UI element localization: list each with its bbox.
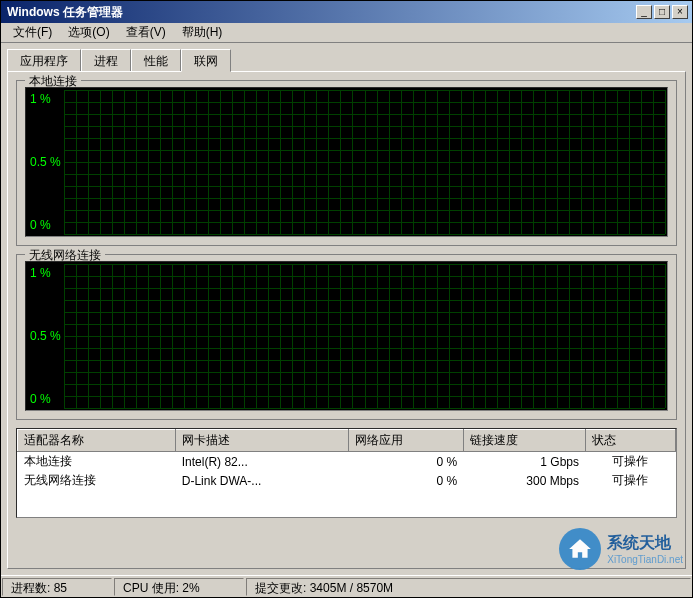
cell-name: 无线网络连接 [18, 471, 176, 490]
cell-desc: Intel(R) 82... [176, 452, 348, 472]
status-cpu: CPU 使用: 2% [114, 578, 244, 596]
y-label: 0.5 % [30, 155, 61, 169]
watermark-text: 系统天地 XiTongTianDi.net [607, 533, 683, 565]
y-axis-labels: 1 % 0.5 % 0 % [30, 262, 61, 410]
statusbar: 进程数: 85 CPU 使用: 2% 提交更改: 3405M / 8570M [1, 575, 692, 597]
titlebar[interactable]: Windows 任务管理器 _ □ × [1, 1, 692, 23]
menu-view[interactable]: 查看(V) [118, 22, 174, 43]
cell-state: 可操作 [585, 471, 675, 490]
menu-file[interactable]: 文件(F) [5, 22, 60, 43]
cell-usage: 0 % [348, 471, 463, 490]
y-axis-labels: 1 % 0.5 % 0 % [30, 88, 61, 236]
y-label: 0 % [30, 392, 61, 406]
networking-panel: 本地连接 1 % 0.5 % 0 % 无线网络连接 1 % 0.5 % [7, 71, 686, 569]
graph-grid [64, 90, 665, 234]
col-net-usage[interactable]: 网络应用 [348, 430, 463, 452]
network-graph-local: 1 % 0.5 % 0 % [25, 87, 668, 237]
close-button[interactable]: × [672, 5, 688, 19]
tab-processes[interactable]: 进程 [81, 49, 131, 71]
watermark-sub: XiTongTianDi.net [607, 554, 683, 565]
cell-speed: 300 Mbps [463, 471, 585, 490]
network-graph-wireless: 1 % 0.5 % 0 % [25, 261, 668, 411]
task-manager-window: Windows 任务管理器 _ □ × 文件(F) 选项(O) 查看(V) 帮助… [0, 0, 693, 598]
menubar: 文件(F) 选项(O) 查看(V) 帮助(H) [1, 23, 692, 43]
cell-desc: D-Link DWA-... [176, 471, 348, 490]
y-label: 1 % [30, 266, 61, 280]
status-processes: 进程数: 85 [2, 578, 112, 596]
window-title: Windows 任务管理器 [5, 4, 636, 21]
minimize-button[interactable]: _ [636, 5, 652, 19]
graph-grid [64, 264, 665, 408]
tab-performance[interactable]: 性能 [131, 49, 181, 71]
graph-group-local: 本地连接 1 % 0.5 % 0 % [16, 80, 677, 246]
watermark: 系统天地 XiTongTianDi.net [559, 528, 683, 570]
graph-group-wireless: 无线网络连接 1 % 0.5 % 0 % [16, 254, 677, 420]
cell-speed: 1 Gbps [463, 452, 585, 472]
y-label: 0 % [30, 218, 61, 232]
adapter-table: 适配器名称 网卡描述 网络应用 链接速度 状态 本地连接 Intel(R) 82… [17, 429, 676, 490]
adapter-table-container[interactable]: 适配器名称 网卡描述 网络应用 链接速度 状态 本地连接 Intel(R) 82… [16, 428, 677, 518]
window-controls: _ □ × [636, 5, 688, 19]
menu-options[interactable]: 选项(O) [60, 22, 117, 43]
table-header-row: 适配器名称 网卡描述 网络应用 链接速度 状态 [18, 430, 676, 452]
table-row[interactable]: 无线网络连接 D-Link DWA-... 0 % 300 Mbps 可操作 [18, 471, 676, 490]
tab-networking[interactable]: 联网 [181, 49, 231, 72]
table-row[interactable]: 本地连接 Intel(R) 82... 0 % 1 Gbps 可操作 [18, 452, 676, 472]
cell-name: 本地连接 [18, 452, 176, 472]
cell-state: 可操作 [585, 452, 675, 472]
col-link-speed[interactable]: 链接速度 [463, 430, 585, 452]
col-nic-desc[interactable]: 网卡描述 [176, 430, 348, 452]
menu-help[interactable]: 帮助(H) [174, 22, 231, 43]
tab-strip: 应用程序 进程 性能 联网 [7, 49, 686, 71]
cell-usage: 0 % [348, 452, 463, 472]
watermark-house-icon [559, 528, 601, 570]
tab-applications[interactable]: 应用程序 [7, 49, 81, 71]
y-label: 1 % [30, 92, 61, 106]
y-label: 0.5 % [30, 329, 61, 343]
watermark-main: 系统天地 [607, 533, 683, 554]
col-adapter-name[interactable]: 适配器名称 [18, 430, 176, 452]
status-commit: 提交更改: 3405M / 8570M [246, 578, 691, 596]
maximize-button[interactable]: □ [654, 5, 670, 19]
content-area: 应用程序 进程 性能 联网 本地连接 1 % 0.5 % 0 % 无线网络连接 [1, 43, 692, 575]
col-state[interactable]: 状态 [585, 430, 675, 452]
